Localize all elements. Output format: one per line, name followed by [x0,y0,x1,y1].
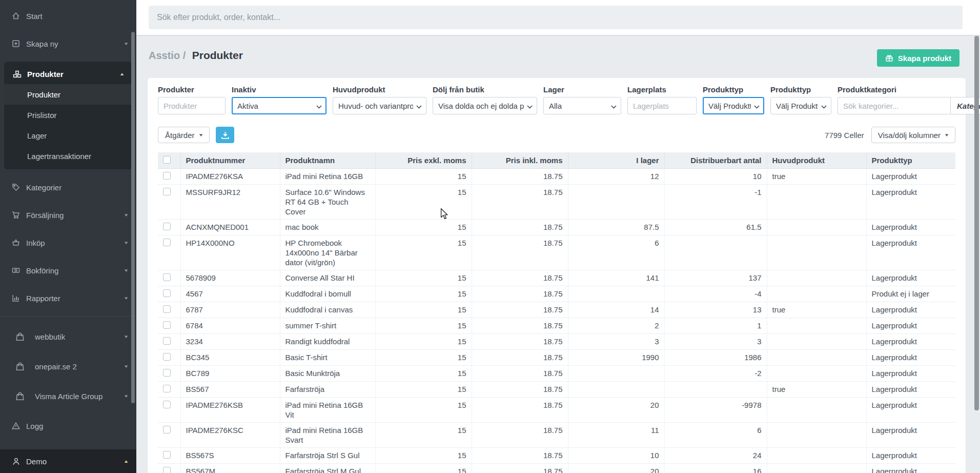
sidebar-item-produkter-group[interactable]: Produkter ▲ [4,64,132,84]
table-row[interactable]: ACNXMQNED001 mac book 15 18.75 87.5 61.5… [158,219,955,235]
table-row[interactable]: 4567 Kuddfodral i bomull 15 18.75 -4 Pro… [158,286,955,302]
column-header-produktnummer[interactable]: Produktnummer [180,152,280,168]
sidebar-item-rapporter[interactable]: Rapporter ▼ [0,288,136,308]
cell-i-lager: 20 [568,463,664,473]
row-checkbox-cell [158,463,180,473]
produkter-filter-input[interactable] [158,97,226,114]
cell-pris-exkl-moms: 15 [375,381,472,397]
cell-huvudprodukt: true [767,381,866,397]
table-row[interactable]: 5678909 Converse All Star HI 15 18.75 14… [158,270,955,286]
select-all-checkbox[interactable] [163,156,171,164]
row-checkbox[interactable] [163,426,171,433]
row-checkbox[interactable] [163,188,171,195]
row-checkbox[interactable] [163,223,171,230]
sidebar-subitem-lagertransaktioner[interactable]: Lagertransaktioner [4,146,132,166]
page-scrollbar[interactable] [974,36,979,410]
sidebar-item-kategorier[interactable]: Kategorier [0,178,136,197]
table-row[interactable]: IPADME276KSB iPad mini Retina 16GB Vit 1… [158,397,955,422]
row-checkbox-cell [158,447,180,463]
sidebar-item-bokforing[interactable]: Bokföring ▼ [0,261,136,280]
global-search-input[interactable] [149,6,963,29]
toggle-columns-button[interactable]: Visa/dölj kolumner ▼ [871,127,955,143]
cell-produktnamn: iPad mini Retina 16GB Vit [280,397,375,422]
row-checkbox[interactable] [163,369,171,377]
sidebar: Start Skapa ny ▼ Produkter ▲ Produkter P… [0,0,136,473]
column-header-pris-exkl-moms[interactable]: Pris exkl. moms [375,152,472,168]
row-checkbox[interactable] [163,337,171,345]
sidebar-item-start[interactable]: Start [0,6,136,26]
lagerplats-filter-input[interactable] [627,97,697,114]
sidebar-item-onepair[interactable]: onepair.se 2 ▼ [0,357,136,376]
cell-distribuerbart-antal: 16 [664,463,767,473]
column-header-produkttyp[interactable]: Produkttyp [866,152,955,168]
dolj-fran-butik-select[interactable]: Visa dolda och ej dolda prod [433,97,537,114]
table-row[interactable]: 3234 Randigt kuddfodral 15 18.75 3 3 Lag… [158,333,955,349]
sidebar-item-skapa-ny[interactable]: Skapa ny ▼ [0,34,136,53]
sidebar-item-logg[interactable]: Logg [0,416,136,436]
cell-produktnummer: BS567S [180,447,280,463]
sidebar-item-webbutik[interactable]: webbutik ▼ [0,327,136,346]
column-header-pris-inkl-moms[interactable]: Pris inkl. moms [472,152,568,168]
cell-distribuerbart-antal: -1 [664,184,767,219]
sidebar-divider [0,316,136,317]
atgarder-button[interactable]: Åtgärder ▼ [158,127,210,143]
sidebar-item-forsaljning[interactable]: Försäljning ▼ [0,205,136,225]
table-row[interactable]: BS567 Farfarströja 15 18.75 true Lagerpr… [158,381,955,397]
row-checkbox[interactable] [163,401,171,408]
row-checkbox[interactable] [163,467,171,473]
sidebar-item-demo[interactable]: Demo ▲ [0,449,136,473]
column-header-i-lager[interactable]: I lager [568,152,664,168]
sidebar-group-produkter: Produkter ▲ Produkter Prislistor Lager L… [4,62,132,169]
table-row[interactable]: IPADME276KSC iPad mini Retina 16GB Svart… [158,422,955,447]
table-row[interactable]: MSSURF9JR12 Surface 10.6" Windows RT 64 … [158,184,955,219]
sidebar-item-visma-article-group[interactable]: Visma Article Group ▼ [0,386,136,406]
huvudprodukt-select[interactable]: Huvud- och variantprod [333,97,426,114]
row-checkbox[interactable] [163,239,171,246]
column-header-distribuerbart-antal[interactable]: Distribuerbart antal [664,152,767,168]
cell-distribuerbart-antal: -4 [664,286,767,302]
row-checkbox[interactable] [163,305,171,313]
produkttyp-select-1[interactable]: Välj Produktt [703,97,764,114]
cell-produktnamn: Farfarströja Strl M Gul [280,463,375,473]
sidebar-subitem-prislistor[interactable]: Prislistor [4,105,132,125]
table-row[interactable]: BC345 Basic T-shirt 15 18.75 1990 1986 L… [158,349,955,365]
row-checkbox[interactable] [163,172,171,180]
chevron-up-icon: ▲ [123,459,129,464]
produkttyp-select-2[interactable]: Välj Produktt [770,97,831,114]
cell-i-lager: 1990 [568,349,664,365]
cell-pris-exkl-moms: 15 [375,447,472,463]
cell-produkttyp: Lagerprodukt [866,397,955,422]
tag-icon [11,183,21,191]
cell-produktnamn: Converse All Star HI [280,270,375,286]
cell-pris-exkl-moms: 15 [375,463,472,473]
table-row[interactable]: BS567S Farfarströja Strl S Gul 15 18.75 … [158,447,955,463]
cell-distribuerbart-antal: 3 [664,333,767,349]
table-row[interactable]: BC789 Basic Munktröja 15 18.75 -2 Lagerp… [158,365,955,381]
table-row[interactable]: 6787 Kuddfodral i canvas 15 18.75 14 13 … [158,302,955,318]
sidebar-item-inkop[interactable]: Inköp ▼ [0,233,136,252]
kategori-search-input[interactable] [838,97,951,114]
cell-pris-inkl-moms: 18.75 [472,318,568,333]
lager-select[interactable]: Alla [543,97,621,114]
row-checkbox[interactable] [163,321,171,329]
row-checkbox[interactable] [163,385,171,392]
breadcrumb-root[interactable]: Asstio / [149,50,186,61]
row-checkbox[interactable] [163,451,171,459]
table-row[interactable]: IPADME276KSA iPad mini Retina 16GB 15 18… [158,168,955,184]
sidebar-subitem-lager[interactable]: Lager [4,125,132,146]
table-row[interactable]: HP14X000NO HP Chromebook 14x000no 14" Bä… [158,235,955,270]
table-row[interactable]: BS567M Farfarströja Strl M Gul 15 18.75 … [158,463,955,473]
cell-produktnummer: BC789 [180,365,280,381]
row-checkbox[interactable] [163,289,171,297]
table-row[interactable]: 6784 summer T-shirt 15 18.75 2 1 Lagerpr… [158,318,955,333]
sidebar-subitem-produkter[interactable]: Produkter [4,84,132,105]
column-header-produktnamn[interactable]: Produktnamn [280,152,375,168]
inaktiv-select[interactable]: Aktiva [232,97,326,114]
sidebar-scrollbar[interactable] [131,32,135,403]
row-checkbox[interactable] [163,273,171,281]
cell-pris-exkl-moms: 15 [375,270,472,286]
column-header-huvudprodukt[interactable]: Huvudprodukt [767,152,866,168]
export-download-button[interactable] [216,127,234,143]
create-product-button[interactable]: Skapa produkt [877,49,959,67]
row-checkbox[interactable] [163,353,171,361]
